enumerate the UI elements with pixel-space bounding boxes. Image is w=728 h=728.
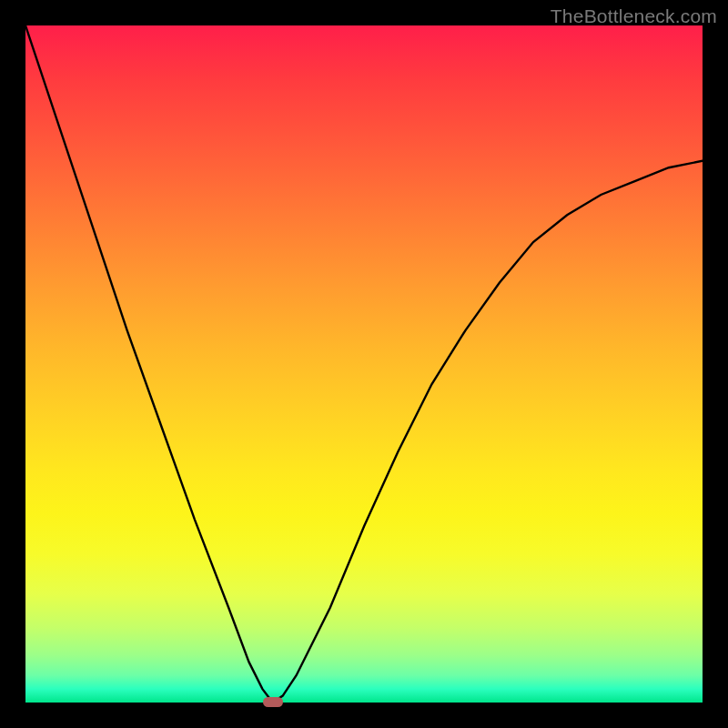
chart-plot-area [25, 25, 703, 703]
bottleneck-curve [25, 25, 703, 703]
optimal-marker [263, 697, 283, 707]
watermark-text: TheBottleneck.com [551, 5, 717, 27]
